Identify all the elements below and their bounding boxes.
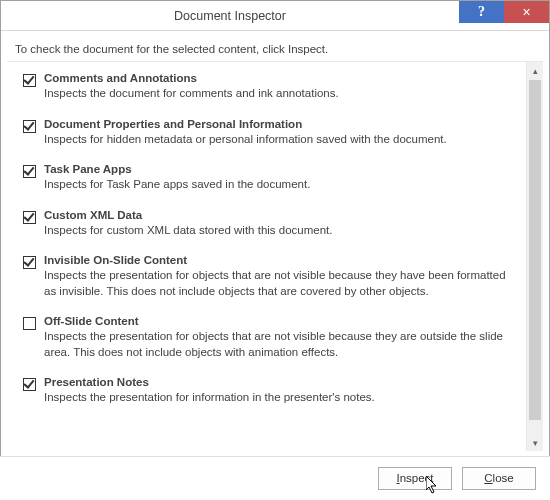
- inspect-button[interactable]: Inspect: [378, 467, 452, 490]
- inspection-checkbox[interactable]: [23, 378, 36, 391]
- inspection-item: Comments and AnnotationsInspects the doc…: [23, 66, 519, 112]
- scroll-down-arrow[interactable]: ▾: [527, 434, 543, 451]
- close-button[interactable]: Close: [462, 467, 536, 490]
- inspection-item-title: Comments and Annotations: [44, 72, 519, 84]
- inspection-item-body: Invisible On-Slide ContentInspects the p…: [44, 254, 519, 299]
- inspection-item-title: Off-Slide Content: [44, 315, 519, 327]
- inspection-item-desc: Inspects the presentation for objects th…: [44, 268, 519, 299]
- inspection-item-body: Custom XML DataInspects for custom XML d…: [44, 209, 519, 239]
- window-controls: ? ×: [459, 1, 549, 30]
- inspection-checkbox[interactable]: [23, 211, 36, 224]
- inspection-item: Task Pane AppsInspects for Task Pane app…: [23, 157, 519, 203]
- scroll-thumb[interactable]: [529, 80, 541, 420]
- inspection-item: Off-Slide ContentInspects the presentati…: [23, 309, 519, 370]
- inspection-item: Custom XML DataInspects for custom XML d…: [23, 203, 519, 249]
- window-title: Document Inspector: [1, 1, 459, 30]
- inspection-item-title: Task Pane Apps: [44, 163, 519, 175]
- inspection-item-body: Document Properties and Personal Informa…: [44, 118, 519, 148]
- inspection-list-container: Comments and AnnotationsInspects the doc…: [7, 61, 543, 451]
- inspection-item-title: Invisible On-Slide Content: [44, 254, 519, 266]
- inspection-list: Comments and AnnotationsInspects the doc…: [7, 62, 525, 451]
- inspection-checkbox[interactable]: [23, 317, 36, 330]
- inspection-checkbox[interactable]: [23, 165, 36, 178]
- inspection-item-desc: Inspects for Task Pane apps saved in the…: [44, 177, 519, 193]
- close-window-button[interactable]: ×: [504, 1, 549, 23]
- inspection-item-body: Comments and AnnotationsInspects the doc…: [44, 72, 519, 102]
- inspection-item-title: Presentation Notes: [44, 376, 519, 388]
- inspection-checkbox[interactable]: [23, 256, 36, 269]
- instruction-text: To check the document for the selected c…: [1, 31, 549, 61]
- title-bar: Document Inspector ? ×: [1, 1, 549, 31]
- inspection-item-desc: Inspects the document for comments and i…: [44, 86, 519, 102]
- inspection-item: Invisible On-Slide ContentInspects the p…: [23, 248, 519, 309]
- inspection-checkbox[interactable]: [23, 74, 36, 87]
- inspection-item-body: Presentation NotesInspects the presentat…: [44, 376, 519, 406]
- inspection-item-desc: Inspects for custom XML data stored with…: [44, 223, 519, 239]
- inspection-item-desc: Inspects the presentation for objects th…: [44, 329, 519, 360]
- inspection-item: Document Properties and Personal Informa…: [23, 112, 519, 158]
- inspection-item-desc: Inspects for hidden metadata or personal…: [44, 132, 519, 148]
- inspection-item-body: Task Pane AppsInspects for Task Pane app…: [44, 163, 519, 193]
- inspection-item-title: Document Properties and Personal Informa…: [44, 118, 519, 130]
- help-button[interactable]: ?: [459, 1, 504, 23]
- inspection-item-desc: Inspects the presentation for informatio…: [44, 390, 519, 406]
- inspection-item-title: Custom XML Data: [44, 209, 519, 221]
- dialog-footer: Inspect Close: [0, 456, 550, 500]
- inspection-checkbox[interactable]: [23, 120, 36, 133]
- scroll-up-arrow[interactable]: ▴: [527, 62, 543, 79]
- inspection-item: Presentation NotesInspects the presentat…: [23, 370, 519, 416]
- inspection-item-body: Off-Slide ContentInspects the presentati…: [44, 315, 519, 360]
- scrollbar[interactable]: ▴ ▾: [526, 62, 543, 451]
